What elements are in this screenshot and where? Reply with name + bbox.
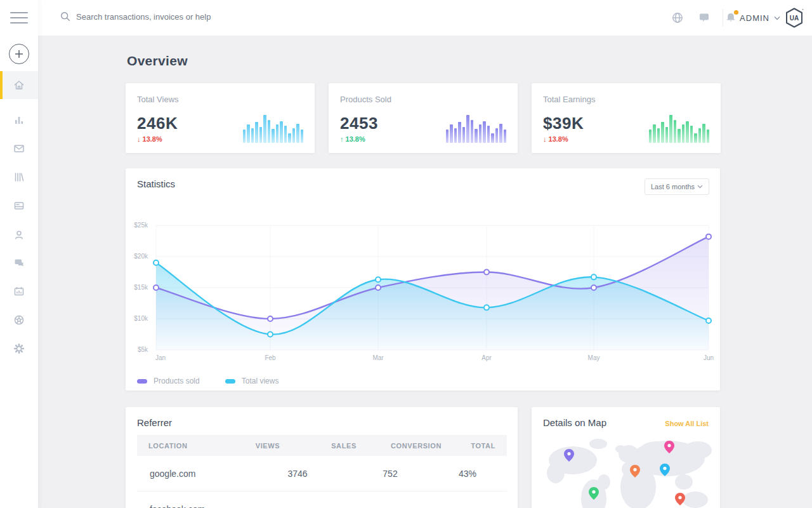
spark-bar	[276, 124, 279, 143]
sidebar	[0, 0, 38, 508]
spark-bar	[446, 130, 449, 143]
spark-bar	[296, 124, 299, 143]
spark-bar	[491, 133, 494, 143]
spark-bar	[495, 128, 499, 143]
table-header: LOCATION VIEWS SALES CONVERSION TOTAL	[137, 435, 507, 456]
stat-card-total-earnings: Total Earnings $39K ↓ 13.8%	[532, 83, 721, 153]
sparkline-chart	[446, 114, 507, 143]
search-icon	[60, 11, 71, 22]
sparkline-chart	[649, 114, 710, 143]
spark-bar	[288, 133, 291, 143]
spark-bar	[686, 121, 689, 144]
sidebar-item-customers[interactable]	[0, 221, 38, 249]
svg-text:Mar: Mar	[372, 354, 384, 361]
products-icon	[13, 171, 25, 184]
legend-item-total-views: Total views	[225, 377, 279, 385]
spark-bar	[272, 129, 275, 143]
statistics-card: Statistics Last 6 months $25k$20k$15k$10…	[126, 168, 720, 391]
spark-bar	[483, 121, 486, 144]
spark-bar	[251, 128, 254, 143]
spark-bar	[280, 121, 283, 144]
main-content: Overview Total Views 246K ↓ 13.8% Produc…	[38, 36, 812, 508]
spark-bar	[471, 120, 474, 143]
sidebar-item-home[interactable]	[0, 71, 38, 99]
spark-bar	[462, 127, 466, 143]
spark-bar	[268, 120, 271, 143]
sidebar-item-analytics[interactable]	[0, 106, 38, 134]
spark-bar	[669, 115, 672, 143]
chat-icon[interactable]	[698, 11, 710, 24]
spark-bar	[657, 128, 660, 143]
legend-item-products-sold: Products sold	[137, 377, 200, 385]
sidebar-item-mail[interactable]	[0, 135, 38, 163]
sidebar-item-chat[interactable]	[0, 249, 38, 277]
sidebar-item-world[interactable]	[0, 306, 38, 334]
range-dropdown-value: Last 6 months	[651, 183, 695, 190]
world-map	[538, 436, 714, 508]
spark-bar	[707, 130, 710, 143]
svg-text:Apr: Apr	[481, 354, 492, 361]
world-icon	[13, 314, 25, 326]
settings-icon	[13, 342, 25, 355]
sidebar-item-products[interactable]	[0, 163, 38, 191]
admin-label: ADMIN	[740, 13, 769, 23]
stat-delta: ↑ 13.8%	[340, 135, 365, 143]
spark-bar	[301, 130, 304, 143]
table-cell: 43%	[459, 469, 476, 479]
add-button[interactable]	[9, 44, 29, 64]
stat-delta: ↓ 13.8%	[543, 135, 568, 143]
stat-value: $39K	[543, 114, 584, 133]
brand-logo[interactable]: UA	[783, 7, 806, 29]
spark-bar	[263, 115, 266, 143]
spark-bar	[259, 127, 263, 143]
spark-bar	[255, 122, 258, 143]
sidebar-item-settings[interactable]	[0, 335, 38, 363]
card-title: Statistics	[137, 178, 175, 189]
table-cell: facebook.com	[150, 504, 205, 508]
stat-card-total-views: Total Views 246K ↓ 13.8%	[126, 83, 315, 153]
referrer-card: Referrer LOCATION VIEWS SALES CONVERSION…	[126, 407, 518, 508]
svg-text:$20k: $20k	[134, 253, 148, 260]
sidebar-item-calendar[interactable]	[0, 277, 38, 305]
table-cell: google.com	[150, 469, 195, 479]
svg-text:Jan: Jan	[155, 354, 166, 361]
svg-text:$25k: $25k	[134, 222, 148, 229]
chart-legend: Products sold Total views	[137, 377, 278, 385]
stat-value: 2453	[340, 114, 378, 133]
page-title: Overview	[127, 53, 188, 69]
stat-delta: ↓ 13.8%	[137, 135, 162, 143]
chevron-down-icon	[774, 16, 780, 20]
spark-bar	[466, 115, 469, 143]
search-input[interactable]	[76, 12, 292, 22]
sparkline-chart	[243, 114, 304, 143]
map-card: Details on Map Show All List	[532, 407, 720, 508]
sidebar-item-wallet[interactable]	[0, 192, 38, 220]
stat-card-products-sold: Products Sold 2453 ↑ 13.8%	[329, 83, 518, 153]
table-row: facebook.com	[137, 491, 507, 508]
card-title: Details on Map	[543, 417, 606, 428]
spark-bar	[678, 129, 681, 143]
svg-text:Feb: Feb	[265, 354, 276, 361]
card-title: Referrer	[137, 417, 172, 428]
plus-icon	[15, 50, 23, 58]
notification-badge	[734, 10, 738, 15]
trend-arrow-icon: ↓	[137, 135, 141, 143]
globe-icon[interactable]	[671, 11, 684, 24]
show-all-list-link[interactable]: Show All List	[665, 420, 709, 427]
range-dropdown[interactable]: Last 6 months	[645, 178, 709, 195]
admin-menu[interactable]: ADMIN	[740, 0, 780, 36]
spark-bar	[450, 124, 453, 143]
menu-toggle-icon[interactable]	[10, 12, 28, 23]
bell-icon[interactable]	[724, 11, 737, 24]
column-header: VIEWS	[256, 442, 280, 450]
spark-bar	[682, 124, 685, 143]
spark-bar	[499, 124, 502, 143]
user-icon	[13, 229, 25, 241]
spark-bar	[649, 130, 652, 143]
mail-icon	[13, 142, 25, 155]
spark-bar	[487, 126, 490, 143]
wallet-icon	[13, 199, 25, 212]
spark-bar	[665, 127, 669, 143]
map-pin[interactable]	[675, 493, 685, 505]
topbar-divider	[723, 9, 723, 27]
